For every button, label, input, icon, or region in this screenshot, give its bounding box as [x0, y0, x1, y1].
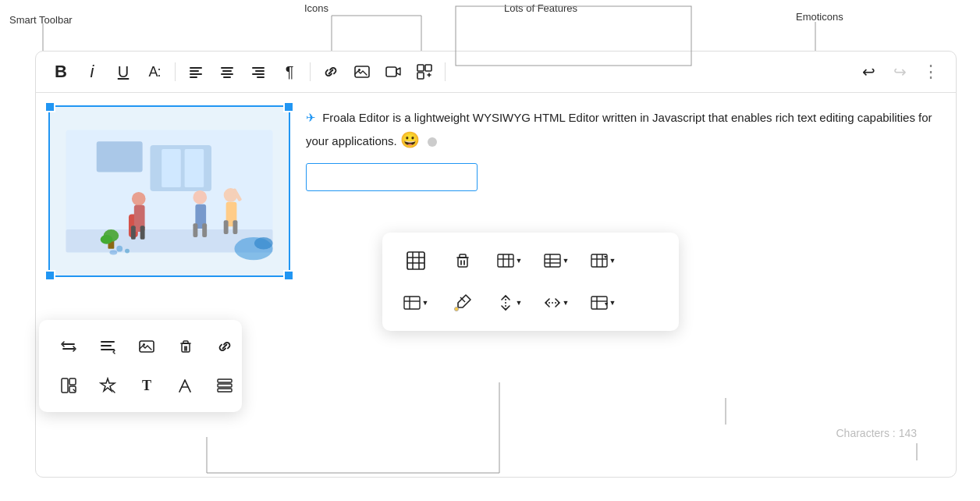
svg-rect-34: [185, 149, 204, 187]
more-button[interactable]: [410, 58, 439, 86]
svg-marker-69: [101, 378, 115, 391]
emoji-icon: 😀: [400, 131, 420, 148]
svg-rect-79: [458, 258, 467, 267]
sep-3: [445, 62, 446, 81]
illustration-svg: [50, 107, 289, 275]
selected-image[interactable]: [48, 105, 290, 277]
emoticons-label: Emoticons: [796, 11, 843, 23]
editor-toolbar: B i U A: ¶ ↩ ↪ ⋮: [36, 52, 956, 93]
svg-point-42: [193, 190, 207, 204]
st-more-button[interactable]: [208, 368, 242, 403]
tt-columns-button[interactable]: ▼: [490, 243, 529, 278]
svg-rect-72: [218, 389, 232, 392]
svg-rect-11: [190, 67, 202, 69]
tt-fill-color-button[interactable]: [443, 286, 482, 320]
svg-rect-13: [190, 73, 202, 75]
svg-rect-20: [255, 70, 265, 72]
tt-horiz-align-button[interactable]: ▼: [537, 286, 576, 320]
svg-rect-49: [233, 220, 237, 234]
st-style-button[interactable]: [91, 368, 125, 403]
align-right-button[interactable]: [244, 58, 272, 86]
image-button[interactable]: [348, 58, 376, 86]
smart-toolbar-popup: T: [39, 320, 242, 412]
sep-2: [310, 62, 311, 81]
svg-rect-66: [62, 378, 68, 393]
svg-rect-21: [252, 73, 265, 75]
svg-rect-84: [545, 254, 560, 267]
svg-rect-35: [97, 141, 143, 172]
svg-rect-67: [69, 378, 76, 385]
align-left-button[interactable]: [182, 58, 210, 86]
tt-table-styles-button[interactable]: ▼: [584, 286, 623, 320]
tt-insert-table-button[interactable]: [396, 243, 435, 278]
svg-rect-60: [101, 345, 112, 346]
svg-rect-93: [404, 297, 420, 309]
table-toolbar-popup: ▼ ▼ ▼ ▼ ▼ ▼: [382, 233, 679, 331]
svg-rect-45: [202, 223, 207, 237]
svg-point-96: [455, 307, 459, 311]
svg-rect-48: [224, 220, 229, 234]
svg-rect-73: [407, 252, 424, 269]
st-align-button[interactable]: [91, 329, 125, 364]
svg-point-56: [116, 246, 123, 252]
svg-rect-26: [417, 65, 424, 71]
redo-button[interactable]: ↪: [886, 58, 914, 86]
svg-rect-61: [101, 349, 115, 350]
st-delete-button[interactable]: [169, 329, 203, 364]
tt-col-settings-button[interactable]: ▼: [396, 286, 435, 320]
svg-point-38: [132, 192, 146, 206]
resize-handle-tr[interactable]: [283, 101, 294, 112]
svg-rect-68: [69, 386, 76, 393]
link-button[interactable]: [317, 58, 345, 86]
st-layout-button[interactable]: [51, 368, 86, 403]
resize-handle-text: [428, 137, 437, 147]
svg-point-58: [109, 250, 117, 255]
editor-paragraph: ✈ Froala Editor is a lightweight WYSIWYG…: [306, 108, 943, 152]
tt-delete-table-button[interactable]: [443, 243, 482, 278]
svg-rect-18: [223, 76, 231, 78]
bold-button[interactable]: B: [47, 58, 75, 86]
st-text-button[interactable]: T: [130, 368, 164, 403]
svg-rect-41: [140, 226, 145, 240]
send-icon: ✈: [306, 108, 316, 127]
inline-text-input[interactable]: [306, 163, 478, 191]
svg-rect-15: [221, 67, 233, 69]
resize-handle-bl[interactable]: [44, 270, 55, 281]
svg-rect-27: [425, 65, 431, 71]
more-vert-button[interactable]: ⋮: [917, 58, 945, 86]
sep-1: [175, 62, 176, 81]
svg-rect-16: [222, 70, 232, 72]
svg-rect-19: [252, 67, 265, 69]
svg-point-55: [101, 235, 113, 244]
resize-handle-tl[interactable]: [44, 101, 55, 112]
video-button[interactable]: [379, 58, 407, 86]
svg-rect-28: [417, 73, 424, 79]
svg-rect-71: [218, 384, 232, 387]
italic-button[interactable]: i: [78, 58, 106, 86]
svg-rect-14: [190, 76, 197, 78]
tt-rows-button[interactable]: ▼: [537, 243, 576, 278]
tt-cell-styles-button[interactable]: ▼: [584, 243, 623, 278]
undo-button[interactable]: ↩: [854, 58, 882, 86]
align-center-button[interactable]: [213, 58, 241, 86]
st-link-button[interactable]: [208, 329, 242, 364]
st-size-button[interactable]: [169, 368, 203, 403]
char-counter-display: Characters : 143: [836, 427, 918, 439]
svg-rect-65: [182, 343, 190, 352]
svg-rect-22: [257, 76, 265, 78]
font-size-button[interactable]: A:: [140, 58, 169, 86]
svg-rect-40: [131, 226, 136, 240]
paragraph-button[interactable]: ¶: [275, 58, 304, 86]
svg-rect-59: [101, 341, 115, 343]
st-image-button[interactable]: [130, 329, 164, 364]
svg-rect-33: [162, 149, 181, 187]
icons-label: Icons: [304, 2, 328, 14]
st-replace-button[interactable]: [51, 329, 86, 364]
resize-handle-br[interactable]: [283, 270, 294, 281]
smart-toolbar-label: Smart Toolbar: [9, 14, 73, 26]
svg-rect-17: [221, 73, 233, 75]
tt-vert-align-button[interactable]: ▼: [490, 286, 529, 320]
svg-point-52: [254, 237, 273, 250]
underline-button[interactable]: U: [109, 58, 137, 86]
svg-rect-12: [190, 70, 199, 72]
